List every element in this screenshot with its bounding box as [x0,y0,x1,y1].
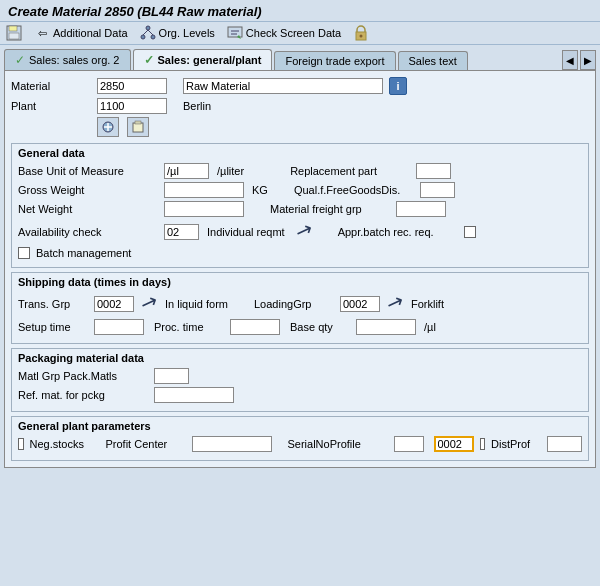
check-screen-btn[interactable]: Check Screen Data [227,25,341,41]
uom-input[interactable] [164,163,209,179]
tab-sales-org2-label: Sales: sales org. 2 [29,54,120,66]
tab-sales-general[interactable]: ✓ Sales: general/plant [133,49,273,70]
arrow-indicator3: ↙ [382,290,406,318]
tab-sales-org2[interactable]: ✓ Sales: sales org. 2 [4,49,131,70]
matl-grp-pack-row: Matl Grp Pack.Matls [18,368,582,384]
net-weight-input[interactable] [164,201,244,217]
plant-row: Plant Berlin [11,98,589,114]
neg-stocks-checkbox[interactable] [18,438,24,450]
plant-params-title: General plant parameters [18,420,582,432]
replacement-part-label: Replacement part [290,165,410,177]
org-levels-btn[interactable]: Org. Levels [140,25,215,41]
matl-grp-pack-input[interactable] [154,368,189,384]
appr-batch-checkbox[interactable] [464,226,476,238]
tab-next-btn[interactable]: ▶ [580,50,596,70]
packaging-data-section: Packaging material data Matl Grp Pack.Ma… [11,348,589,412]
trans-grp-input[interactable] [94,296,134,312]
neg-stocks-label: Neg.stocks [30,438,100,450]
plant-params-section: General plant parameters Neg.stocks Prof… [11,416,589,461]
appr-batch-label: Appr.batch rec. req. [338,226,458,238]
serial-no-profile-label: SerialNoProfile [288,438,388,450]
dist-prof-value-input[interactable] [434,436,474,452]
gross-weight-label: Gross Weight [18,184,158,196]
dist-prof-extra-input[interactable] [547,436,582,452]
avail-check-input[interactable] [164,224,199,240]
uom-desc: /µliter [217,165,244,177]
net-weight-label: Net Weight [18,203,158,215]
tab-sales-general-label: Sales: general/plant [158,54,262,66]
tab-prev-btn[interactable]: ◀ [562,50,578,70]
serial-no-profile-input[interactable] [394,436,424,452]
arrow-indicator2: ↙ [136,290,160,318]
save-icon [6,25,22,41]
base-qty-unit: /µl [424,321,436,333]
material-label: Material [11,80,91,92]
avail-check-row: Availability check Individual reqmt ↙ Ap… [18,220,582,244]
net-weight-row: Net Weight Material freight grp [18,201,582,217]
additional-data-label: Additional Data [53,27,128,39]
plant-label: Plant [11,100,91,112]
material-input[interactable] [97,78,167,94]
dist-prof-label: DistProf [491,438,541,450]
profit-center-input[interactable] [192,436,272,452]
svg-point-4 [141,35,145,39]
loading-grp-input[interactable] [340,296,380,312]
ref-mat-pckg-row: Ref. mat. for pckg [18,387,582,403]
mat-freight-grp-label: Material freight grp [270,203,390,215]
window-title: Create Material 2850 (BL44 Raw material) [8,4,262,19]
tabs-row: ✓ Sales: sales org. 2 ✓ Sales: general/p… [0,45,600,70]
shipping-data-section: Shipping data (times in days) Trans. Grp… [11,272,589,344]
batch-mgmt-row: Batch management [18,247,582,259]
tab-foreign-trade[interactable]: Foreign trade export [274,51,395,70]
plant-params-row: Neg.stocks Profit Center SerialNoProfile… [18,436,582,452]
plant-icon-btn1[interactable] [97,117,119,137]
uom-label: Base Unit of Measure [18,165,158,177]
tab-nav: ◀ ▶ [562,50,596,70]
svg-line-7 [148,30,153,35]
main-content: Material i Plant Berlin General data [4,70,596,468]
title-bar: Create Material 2850 (BL44 Raw material) [0,0,600,22]
plant-icon-btn2[interactable] [127,117,149,137]
additional-data-btn[interactable]: ⇦ Additional Data [34,25,128,41]
org-levels-label: Org. Levels [159,27,215,39]
batch-mgmt-checkbox[interactable] [18,247,30,259]
trans-grp-desc: In liquid form [165,298,228,310]
packaging-data-title: Packaging material data [18,352,582,364]
svg-line-6 [143,30,148,35]
lock-icon [353,25,369,41]
dist-prof-checkbox[interactable] [480,438,486,450]
arrow-indicator1: ↙ [291,218,315,246]
gross-weight-unit: KG [252,184,268,196]
save-icon-btn[interactable] [6,25,22,41]
svg-rect-2 [9,33,19,39]
additional-data-icon: ⇦ [34,25,50,41]
trans-grp-row: Trans. Grp ↙ In liquid form LoadingGrp ↙… [18,292,582,316]
proc-time-label: Proc. time [154,321,224,333]
ref-mat-pckg-label: Ref. mat. for pckg [18,389,148,401]
plant-desc: Berlin [183,100,211,112]
loading-grp-desc: Forklift [411,298,444,310]
mat-freight-grp-input[interactable] [396,201,446,217]
uom-row: Base Unit of Measure /µliter Replacement… [18,163,582,179]
tab-check-icon: ✓ [15,53,25,67]
ref-mat-pckg-input[interactable] [154,387,234,403]
check-screen-label: Check Screen Data [246,27,341,39]
replacement-part-input[interactable] [416,163,451,179]
svg-rect-8 [228,27,242,37]
tab-sales-text[interactable]: Sales text [398,51,468,70]
plant-input[interactable] [97,98,167,114]
info-button[interactable]: i [389,77,407,95]
tab-check-icon2: ✓ [144,53,154,67]
proc-time-input[interactable] [230,319,280,335]
shipping-data-title: Shipping data (times in days) [18,276,582,288]
setup-time-input[interactable] [94,319,144,335]
lock-btn[interactable] [353,25,369,41]
material-desc-input[interactable] [183,78,383,94]
base-qty-input[interactable] [356,319,416,335]
gross-weight-input[interactable] [164,182,244,198]
qual-free-goods-input[interactable] [420,182,455,198]
svg-rect-1 [9,26,17,31]
svg-point-13 [360,35,363,38]
profit-center-label: Profit Center [106,438,186,450]
tab-sales-text-label: Sales text [409,55,457,67]
